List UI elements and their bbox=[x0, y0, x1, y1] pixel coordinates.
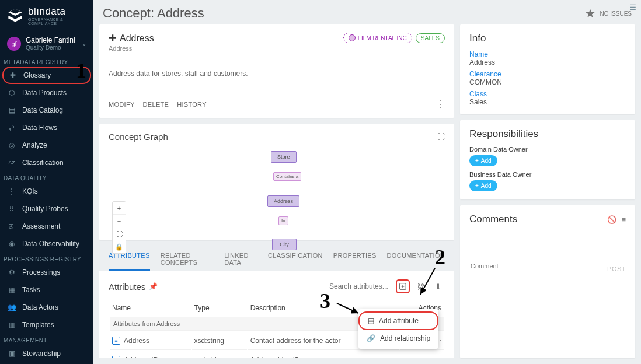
eye-icon: ◉ bbox=[7, 239, 16, 249]
info-clearance-label: Clearance bbox=[469, 70, 626, 78]
fit-button[interactable]: ⛶ bbox=[113, 228, 126, 240]
az-icon: AZ bbox=[7, 158, 16, 167]
graph-expand-icon[interactable]: ⛶ bbox=[437, 132, 445, 141]
list-icon: ▤ bbox=[368, 317, 374, 325]
concept-graph-card: Concept Graph ⛶ Store Contains a Address… bbox=[99, 124, 454, 240]
graph-node-store[interactable]: Store bbox=[271, 151, 297, 163]
info-name-value: Address bbox=[469, 58, 626, 66]
graph-edge-in: In bbox=[278, 216, 288, 225]
chip-sales[interactable]: SALES bbox=[416, 33, 445, 43]
resp-title: Responsibilities bbox=[469, 128, 626, 140]
col-name: Name bbox=[110, 300, 191, 316]
info-name-label: Name bbox=[469, 50, 626, 58]
add-business-owner-button[interactable]: +Add bbox=[469, 180, 497, 191]
user-name: Gabriele Fantini bbox=[26, 36, 77, 44]
sidebar-item-quality-probes[interactable]: ⁝⁝Quality Probes bbox=[0, 200, 93, 218]
attr-icon: ≡ bbox=[112, 337, 120, 345]
sidebar-item-kqis[interactable]: ⋮KQIs bbox=[0, 183, 93, 200]
sidebar-item-tasks[interactable]: ▦Tasks bbox=[0, 281, 93, 299]
compass-icon: ◎ bbox=[7, 141, 16, 150]
table-row[interactable]: ≡Address ID xsd:string Address identifie… bbox=[110, 351, 444, 358]
zoom-out-button[interactable]: − bbox=[113, 215, 126, 228]
info-clearance-value: COMMON bbox=[469, 78, 626, 86]
plus-icon: + bbox=[475, 183, 479, 189]
graph-controls: + − ⛶ 🔒 bbox=[112, 201, 126, 254]
post-button[interactable]: POST bbox=[607, 265, 626, 272]
add-relationship-item[interactable]: 🔗 Add relationship bbox=[358, 330, 438, 346]
logo-subtext: GOVERNANCE & COMPLIANCE bbox=[28, 18, 86, 26]
info-class-value: Sales bbox=[469, 98, 626, 106]
clipboard-icon: ▣ bbox=[7, 349, 16, 358]
sidebar-item-stewardship[interactable]: ▣Stewardship bbox=[0, 345, 93, 362]
zoom-in-button[interactable]: + bbox=[113, 202, 126, 215]
sidebar-item-data-catalog[interactable]: ▤Data Catalog bbox=[0, 102, 93, 119]
graph-title: Concept Graph bbox=[109, 132, 168, 142]
pin-icon[interactable]: 📌 bbox=[149, 282, 158, 290]
lock-button[interactable]: 🔒 bbox=[113, 240, 126, 253]
menu-toggle-icon[interactable]: ☰ bbox=[630, 4, 636, 12]
sidebar: ☰ blındata GOVERNANCE & COMPLIANCE gf Ga… bbox=[0, 0, 93, 364]
resp-domain-label: Domain Data Owner bbox=[469, 146, 626, 153]
sidebar-item-data-products[interactable]: ⬡Data Products bbox=[0, 84, 93, 102]
sidebar-item-glossary[interactable]: ✚ Glossary bbox=[2, 66, 91, 84]
delete-button[interactable]: DELETE bbox=[143, 101, 169, 108]
concept-description: Address data for stores, staff and custo… bbox=[109, 69, 445, 78]
section-data-quality: DATA QUALITY bbox=[0, 172, 93, 183]
sidebar-item-templates[interactable]: ▥Templates bbox=[0, 316, 93, 334]
graph-canvas[interactable]: Store Contains a Address In City + − ⛶ 🔒 bbox=[109, 146, 445, 257]
section-metadata: METADATA REGISTRY bbox=[0, 55, 93, 66]
sidebar-item-data-flows[interactable]: ⇄Data Flows bbox=[0, 119, 93, 136]
sidebar-item-analyze[interactable]: ◎Analyze bbox=[0, 136, 93, 154]
briefcase-icon: ▦ bbox=[7, 285, 16, 295]
layers-icon: ▥ bbox=[7, 320, 16, 330]
add-button[interactable] bbox=[396, 279, 410, 293]
concept-sub: Address bbox=[109, 45, 154, 52]
sidebar-item-data-actors[interactable]: 👥Data Actors bbox=[0, 299, 93, 316]
sidebar-item-classification[interactable]: AZClassification bbox=[0, 154, 93, 172]
chip-film-rental[interactable]: FILM RENTAL INC bbox=[343, 33, 412, 43]
download-icon[interactable]: ⬇ bbox=[431, 279, 445, 293]
search-input[interactable] bbox=[328, 280, 392, 293]
attr-icon: ≡ bbox=[112, 356, 120, 358]
users-icon: 👥 bbox=[7, 303, 16, 312]
more-icon[interactable]: ⋮ bbox=[436, 99, 445, 110]
add-dropdown: ▤ Add attribute 🔗 Add relationship bbox=[358, 309, 438, 349]
sidebar-item-assessment[interactable]: ⛨Assessment bbox=[0, 218, 93, 235]
comments-title: Comments bbox=[469, 214, 517, 225]
section-management: MANAGEMENT bbox=[0, 334, 93, 345]
add-attribute-item[interactable]: ▤ Add attribute bbox=[358, 312, 438, 330]
resp-business-label: Business Data Owner bbox=[469, 171, 626, 178]
modify-button[interactable]: MODIFY bbox=[109, 101, 135, 108]
graph-node-address[interactable]: Address bbox=[267, 195, 299, 207]
sidebar-item-processings[interactable]: ⚙Processings bbox=[0, 264, 93, 281]
attributes-title: Attributes bbox=[109, 282, 145, 292]
wifi-icon: ⋮ bbox=[7, 187, 16, 196]
user-area[interactable]: gf Gabriele Fantini Quality Demo ⌄ bbox=[0, 32, 93, 55]
star-icon[interactable]: ★ bbox=[585, 6, 595, 20]
concept-card: ✚ Address Address FILM RENTAL INC SALES … bbox=[99, 24, 454, 118]
graph-node-city[interactable]: City bbox=[272, 239, 297, 250]
graph-edge-contains: Contains a bbox=[273, 172, 301, 181]
user-sub: Quality Demo bbox=[26, 44, 77, 51]
chevron-down-icon: ⌄ bbox=[82, 40, 86, 47]
logo-text: blındata bbox=[28, 6, 86, 18]
puzzle-icon: ✚ bbox=[8, 71, 18, 80]
comment-input[interactable] bbox=[469, 260, 601, 272]
tree-icon[interactable]: ⛓ bbox=[413, 279, 427, 293]
hex-icon: ⬡ bbox=[7, 88, 16, 97]
shield-icon: ⛨ bbox=[7, 222, 16, 231]
sliders-icon: ⁝⁝ bbox=[7, 204, 16, 214]
info-card: Info Name Address Clearance COMMON Class… bbox=[460, 24, 635, 114]
visibility-off-icon[interactable]: 🚫 bbox=[607, 215, 616, 224]
gear-icon: ⚙ bbox=[7, 268, 16, 277]
add-domain-owner-button[interactable]: +Add bbox=[469, 155, 497, 166]
book-icon: ▤ bbox=[7, 106, 16, 115]
logo-icon bbox=[7, 8, 23, 24]
avatar: gf bbox=[7, 37, 21, 51]
history-button[interactable]: HISTORY bbox=[177, 101, 207, 108]
sidebar-item-data-observability[interactable]: ◉Data Observability bbox=[0, 235, 93, 253]
page-title: Concept: Address bbox=[103, 6, 204, 21]
row-more-icon[interactable]: ⋯ bbox=[400, 351, 444, 358]
section-processings: PROCESSINGS REGISTRY bbox=[0, 253, 93, 264]
sort-icon[interactable]: ≡ bbox=[621, 215, 626, 224]
